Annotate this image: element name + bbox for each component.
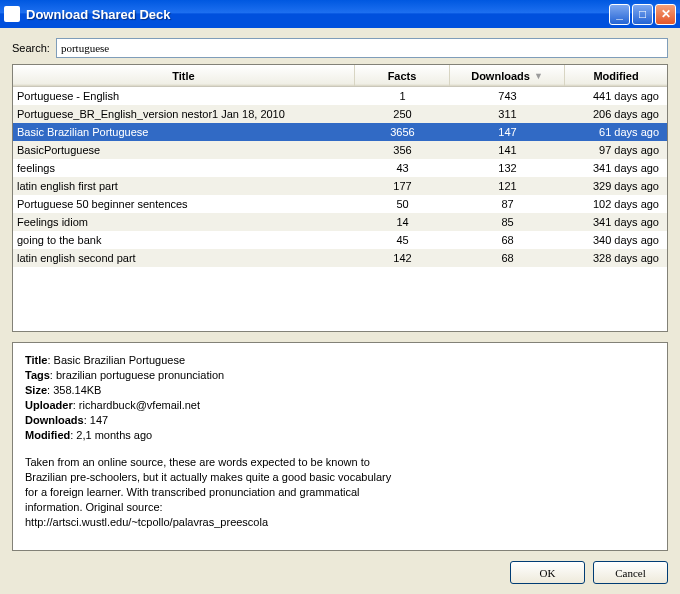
- cell-downloads: 132: [450, 162, 565, 174]
- detail-label-downloads: Downloads: [25, 414, 84, 426]
- cell-facts: 250: [355, 108, 450, 120]
- cell-downloads: 68: [450, 252, 565, 264]
- minimize-button[interactable]: _: [609, 4, 630, 25]
- table-row[interactable]: Portuguese 50 beginner sentences5087102 …: [13, 195, 667, 213]
- column-header-title[interactable]: Title: [13, 65, 355, 86]
- column-header-modified[interactable]: Modified: [565, 65, 667, 86]
- table-row[interactable]: latin english first part177121329 days a…: [13, 177, 667, 195]
- cell-title: latin english second part: [13, 252, 355, 264]
- cell-title: Portuguese 50 beginner sentences: [13, 198, 355, 210]
- cell-downloads: 311: [450, 108, 565, 120]
- column-header-facts[interactable]: Facts: [355, 65, 450, 86]
- cell-title: BasicPortuguese: [13, 144, 355, 156]
- detail-size: 358.14KB: [53, 384, 101, 396]
- table-row[interactable]: Basic Brazilian Portuguese365614761 days…: [13, 123, 667, 141]
- cell-modified: 206 days ago: [565, 108, 667, 120]
- cell-modified: 97 days ago: [565, 144, 667, 156]
- cell-modified: 329 days ago: [565, 180, 667, 192]
- table-row[interactable]: feelings43132341 days ago: [13, 159, 667, 177]
- cell-downloads: 68: [450, 234, 565, 246]
- details-panel: Title: Basic Brazilian Portuguese Tags: …: [12, 342, 668, 551]
- cell-facts: 45: [355, 234, 450, 246]
- cell-facts: 43: [355, 162, 450, 174]
- detail-modified: 2,1 months ago: [76, 429, 152, 441]
- column-header-downloads[interactable]: Downloads▼: [450, 65, 565, 86]
- cell-downloads: 147: [450, 126, 565, 138]
- detail-uploader: richardbuck@vfemail.net: [79, 399, 200, 411]
- cell-title: Feelings idiom: [13, 216, 355, 228]
- cell-title: Portuguese - English: [13, 90, 355, 102]
- cell-title: Portuguese_BR_English_version nestor1 Ja…: [13, 108, 355, 120]
- cell-facts: 177: [355, 180, 450, 192]
- cell-facts: 356: [355, 144, 450, 156]
- table-row[interactable]: Portuguese_BR_English_version nestor1 Ja…: [13, 105, 667, 123]
- cell-downloads: 121: [450, 180, 565, 192]
- detail-downloads: 147: [90, 414, 108, 426]
- cell-facts: 3656: [355, 126, 450, 138]
- maximize-button[interactable]: □: [632, 4, 653, 25]
- table-row[interactable]: Feelings idiom1485341 days ago: [13, 213, 667, 231]
- deck-table: Title Facts Downloads▼ Modified Portugue…: [12, 64, 668, 332]
- cell-modified: 341 days ago: [565, 162, 667, 174]
- detail-label-modified: Modified: [25, 429, 70, 441]
- cell-facts: 1: [355, 90, 450, 102]
- table-row[interactable]: latin english second part14268328 days a…: [13, 249, 667, 267]
- detail-description: Taken from an online source, these are w…: [25, 455, 405, 530]
- close-button[interactable]: ✕: [655, 4, 676, 25]
- detail-label-size: Size: [25, 384, 47, 396]
- table-header: Title Facts Downloads▼ Modified: [13, 65, 667, 87]
- detail-label-uploader: Uploader: [25, 399, 73, 411]
- table-body: Portuguese - English1743441 days agoPort…: [13, 87, 667, 267]
- search-input[interactable]: [56, 38, 668, 58]
- table-row[interactable]: going to the bank4568340 days ago: [13, 231, 667, 249]
- cell-title: Basic Brazilian Portuguese: [13, 126, 355, 138]
- ok-button[interactable]: OK: [510, 561, 585, 584]
- cell-facts: 14: [355, 216, 450, 228]
- cell-modified: 441 days ago: [565, 90, 667, 102]
- cell-modified: 61 days ago: [565, 126, 667, 138]
- minimize-icon: _: [616, 8, 623, 20]
- detail-label-title: Title: [25, 354, 47, 366]
- cell-title: going to the bank: [13, 234, 355, 246]
- cell-downloads: 87: [450, 198, 565, 210]
- app-icon: [4, 6, 20, 22]
- cell-title: latin english first part: [13, 180, 355, 192]
- cell-downloads: 743: [450, 90, 565, 102]
- detail-tags: brazilian portuguese pronunciation: [56, 369, 224, 381]
- cell-title: feelings: [13, 162, 355, 174]
- titlebar[interactable]: Download Shared Deck _ □ ✕: [0, 0, 680, 28]
- close-icon: ✕: [661, 8, 671, 20]
- detail-title: Basic Brazilian Portuguese: [54, 354, 185, 366]
- cell-modified: 340 days ago: [565, 234, 667, 246]
- cell-downloads: 141: [450, 144, 565, 156]
- window-title: Download Shared Deck: [26, 7, 609, 22]
- cell-modified: 328 days ago: [565, 252, 667, 264]
- table-row[interactable]: Portuguese - English1743441 days ago: [13, 87, 667, 105]
- cell-facts: 142: [355, 252, 450, 264]
- maximize-icon: □: [639, 8, 646, 20]
- cell-modified: 341 days ago: [565, 216, 667, 228]
- sort-indicator-icon: ▼: [534, 71, 543, 81]
- cell-modified: 102 days ago: [565, 198, 667, 210]
- cell-downloads: 85: [450, 216, 565, 228]
- table-row[interactable]: BasicPortuguese35614197 days ago: [13, 141, 667, 159]
- search-label: Search:: [12, 42, 50, 54]
- cancel-button[interactable]: Cancel: [593, 561, 668, 584]
- cell-facts: 50: [355, 198, 450, 210]
- detail-label-tags: Tags: [25, 369, 50, 381]
